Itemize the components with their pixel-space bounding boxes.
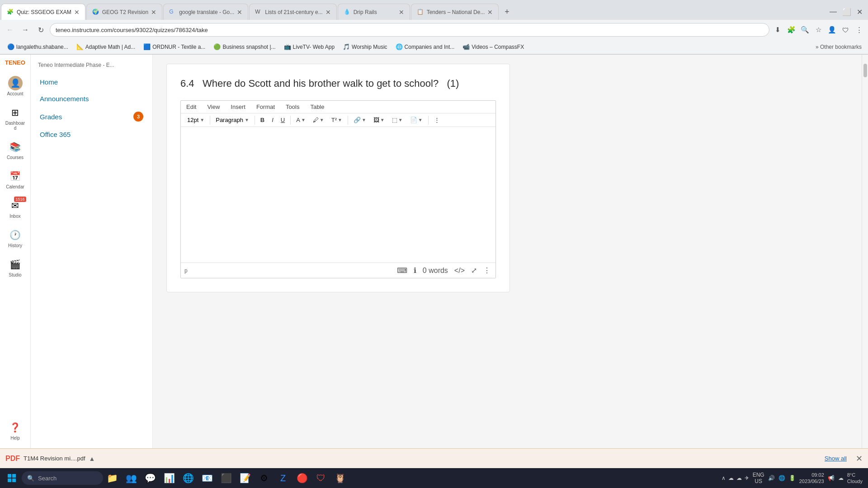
bold-button[interactable]: B <box>258 115 267 125</box>
nav-announcements[interactable]: Announcements <box>31 90 152 107</box>
nav-grades[interactable]: Grades 3 <box>31 107 152 126</box>
back-button[interactable]: ← <box>4 23 16 36</box>
rte-menu-edit[interactable]: Edit <box>184 103 198 111</box>
bookmark-adaptive[interactable]: 📐 Adaptive Math | Ad... <box>73 42 139 51</box>
taskbar-terminal[interactable]: ⬛ <box>217 469 235 487</box>
tab-close-3[interactable]: ✕ <box>237 9 242 16</box>
sidebar-item-courses[interactable]: 📚 Courses <box>3 136 28 164</box>
cloud-icon[interactable]: ☁ <box>728 475 734 481</box>
superscript-button[interactable]: T² ▼ <box>329 115 345 125</box>
editor-more-button[interactable]: ⋮ <box>482 265 492 276</box>
more-toolbar-button[interactable]: ⋮ <box>431 115 443 125</box>
reload-button[interactable]: ↻ <box>34 23 47 36</box>
minimize-button[interactable]: — <box>828 6 839 18</box>
rte-menu-tools[interactable]: Tools <box>284 103 301 111</box>
expand-download-button[interactable]: ▲ <box>89 455 95 462</box>
shield-icon[interactable]: 🛡 <box>840 24 851 35</box>
home-link[interactable]: Home <box>40 78 58 86</box>
taskbar-teams[interactable]: 👥 <box>122 469 140 487</box>
taskbar-chrome[interactable]: 🔴 <box>293 469 311 487</box>
office365-link[interactable]: Office 365 <box>40 131 71 138</box>
sidebar-item-history[interactable]: 🕐 History <box>3 224 28 252</box>
bookmark-icon[interactable]: ☆ <box>813 24 824 35</box>
sidebar-item-inbox[interactable]: ✉ 1516 Inbox <box>3 195 28 222</box>
bookmark-videos[interactable]: 📹 Videos – CompassFX <box>459 42 528 51</box>
forward-button[interactable]: → <box>19 23 32 36</box>
address-bar[interactable]: teneo.instructure.com/courses/93022/quiz… <box>50 23 769 37</box>
taskbar-file-explorer[interactable]: 📁 <box>103 469 121 487</box>
bookmarks-more-button[interactable]: » Other bookmarks <box>813 43 864 51</box>
rte-menu-table[interactable]: Table <box>308 103 326 111</box>
tab-close-1[interactable]: ✕ <box>74 9 80 16</box>
embed-button[interactable]: ⬚ ▼ <box>389 115 406 125</box>
more-icon[interactable]: ⋮ <box>854 24 864 35</box>
new-tab-button[interactable]: + <box>500 5 513 18</box>
taskbar-settings[interactable]: ⚙ <box>255 469 273 487</box>
bookmark-ordnur[interactable]: 🟦 ORDNUR - Textile a... <box>140 42 209 51</box>
taskbar-search[interactable]: 🔍 Search <box>22 471 103 485</box>
rte-menu-format[interactable]: Format <box>255 103 277 111</box>
accessibility-icon[interactable]: ℹ <box>412 265 418 276</box>
show-all-label[interactable]: Show all <box>825 455 847 462</box>
sidebar-item-dashboard[interactable]: ⊞ Dashboard <box>3 102 28 134</box>
zoom-icon[interactable]: 🔍 <box>799 24 810 35</box>
taskbar-whatsapp[interactable]: 💬 <box>141 469 159 487</box>
taskbar-excel[interactable]: 📊 <box>160 469 178 487</box>
link-button[interactable]: 🔗 ▼ <box>351 115 369 125</box>
extensions-icon[interactable]: 🧩 <box>786 24 797 35</box>
telegram-icon[interactable]: ✈ <box>745 475 749 481</box>
tab-translate[interactable]: G google translate - Go... ✕ <box>163 4 248 20</box>
nav-home[interactable]: Home <box>31 74 152 90</box>
bookmark-livetv[interactable]: 📺 LiveTV- Web App <box>280 42 339 51</box>
page-scrollbar[interactable] <box>862 55 868 449</box>
fullscreen-button[interactable]: ⤢ <box>470 265 478 276</box>
profile-icon[interactable]: 👤 <box>826 24 837 35</box>
sidebar-item-calendar[interactable]: 📅 Calendar <box>3 165 28 193</box>
tab-quiz[interactable]: 🧩 Quiz: SSGEOG EXAM ✕ <box>1 4 85 20</box>
sidebar-item-studio[interactable]: 🎬 Studio <box>3 253 28 281</box>
weather-icon[interactable]: ☁ <box>838 475 844 481</box>
chevron-up-icon[interactable]: ∧ <box>722 475 726 481</box>
underline-button[interactable]: U <box>278 115 288 125</box>
taskbar-edge[interactable]: 🌐 <box>179 469 197 487</box>
code-view-button[interactable]: </> <box>453 265 466 276</box>
rte-body[interactable] <box>181 127 495 263</box>
taskbar-owl[interactable]: 🦉 <box>331 469 349 487</box>
taskbar-notes[interactable]: 📝 <box>236 469 254 487</box>
font-size-dropdown[interactable]: 12pt ▼ <box>184 115 207 125</box>
text-color-button[interactable]: A ▼ <box>293 115 308 125</box>
tab-close-5[interactable]: ✕ <box>399 9 404 16</box>
image-button[interactable]: 🖼 ▼ <box>371 115 387 125</box>
grades-link[interactable]: Grades <box>40 113 62 121</box>
onedrive-icon[interactable]: ☁ <box>736 475 742 481</box>
rte-menu-insert[interactable]: Insert <box>229 103 247 111</box>
download-icon[interactable]: ⬇ <box>772 24 783 35</box>
tab-close-4[interactable]: ✕ <box>326 9 331 16</box>
bookmark-business[interactable]: 🟢 Business snapshot |... <box>210 42 279 51</box>
sidebar-item-account[interactable]: 👤 Account <box>3 72 28 100</box>
taskbar-zoom[interactable]: Z <box>274 469 292 487</box>
taskbar-antivirus[interactable]: 🛡 <box>312 469 330 487</box>
start-button[interactable] <box>2 468 22 488</box>
tab-lists[interactable]: W Lists of 21st-century e... ✕ <box>249 4 336 20</box>
taskbar-mail[interactable]: 📧 <box>198 469 216 487</box>
tab-drip[interactable]: 💧 Drip Rails ✕ <box>338 4 410 20</box>
italic-button[interactable]: I <box>269 115 276 125</box>
template-button[interactable]: 📄 ▼ <box>407 115 425 125</box>
tab-close-6[interactable]: ✕ <box>487 9 493 16</box>
highlight-button[interactable]: 🖊 ▼ <box>310 115 327 125</box>
maximize-button[interactable]: ⬜ <box>840 6 853 18</box>
weather-widget[interactable]: 8°C Cloudy <box>847 472 863 485</box>
keyboard-icon[interactable]: ⌨ <box>396 265 409 276</box>
rte-menu-view[interactable]: View <box>205 103 222 111</box>
volume-icon[interactable]: 🔊 <box>768 475 775 481</box>
clock[interactable]: 09:02 2023/06/23 <box>799 472 824 485</box>
battery-icon[interactable]: 🔋 <box>789 475 796 481</box>
bookmark-langalethu[interactable]: 🔵 langalethu.shabane... <box>4 42 72 51</box>
close-browser-button[interactable]: ✕ <box>855 6 864 18</box>
bookmark-worship[interactable]: 🎵 Worship Music <box>339 42 391 51</box>
bookmark-companies[interactable]: 🌐 Companies and Int... <box>392 42 458 51</box>
close-download-button[interactable]: ✕ <box>856 454 863 464</box>
nav-office365[interactable]: Office 365 <box>31 126 152 143</box>
sidebar-item-help[interactable]: ❓ Help <box>3 417 28 444</box>
